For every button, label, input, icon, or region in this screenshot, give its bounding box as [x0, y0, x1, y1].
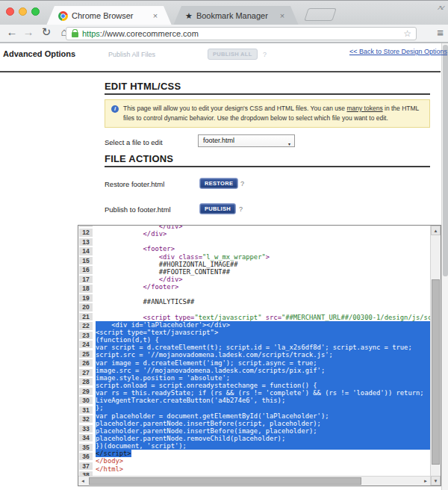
code-line[interactable] — [96, 306, 430, 314]
line-number: 15 — [79, 257, 93, 264]
code-line[interactable]: placeholder.parentNode.insertBefore(scri… — [96, 420, 430, 427]
code-line[interactable]: </div> — [96, 276, 430, 283]
line-number: 22 — [79, 322, 93, 329]
page-scrollbar-thumb[interactable] — [443, 45, 448, 276]
code-token: placeholder.parentNode.removeChild(place… — [96, 435, 285, 442]
code-line[interactable]: </body> — [96, 457, 430, 465]
code-token: </div> — [96, 276, 183, 283]
code-line[interactable]: (function(d,t) { — [96, 336, 430, 344]
code-token: </body> — [96, 457, 123, 465]
tab-bookmark-manager[interactable]: ★ Bookmark Manager × — [173, 6, 299, 25]
code-line[interactable]: var rs = this.readyState; if (rs && (rs … — [96, 389, 430, 397]
code-line[interactable]: LiveAgentTracker.createButton('a4b274e6'… — [96, 397, 430, 404]
new-tab-button[interactable] — [304, 8, 337, 21]
line-number: 18 — [79, 285, 93, 292]
back-to-store-design-link[interactable]: << Back to Store Design Options — [349, 48, 447, 55]
code-line[interactable] — [96, 291, 430, 298]
resize-icon[interactable]: ↗↙ — [437, 4, 444, 11]
code-token: > — [266, 253, 270, 261]
line-number: 11 — [79, 226, 93, 227]
minimize-window-button[interactable] — [19, 7, 27, 16]
code-token: <footer> — [96, 245, 175, 252]
bookmark-star-icon[interactable]: ☆ — [403, 28, 411, 39]
forward-button[interactable]: → — [21, 25, 36, 38]
editor-vertical-scrollbar[interactable]: ▲ ▼ — [430, 226, 441, 486]
code-token: <div id='laPlaceholder'></div> — [96, 321, 230, 329]
code-editor[interactable]: 1112131415161718192021222324252627282930… — [78, 225, 441, 486]
close-window-button[interactable] — [6, 7, 14, 16]
code-line[interactable]: <script type="text/javascript" src="##ME… — [96, 314, 430, 321]
file-select-dropdown[interactable]: footer.html ▾ — [198, 134, 295, 147]
code-token: ##HORIZONTAL_IMAGE## — [96, 261, 238, 268]
code-line[interactable]: })(document, 'script'); — [96, 442, 430, 450]
code-token: </html> — [96, 465, 123, 473]
code-line[interactable]: script.onload = script.onreadystatechang… — [96, 382, 430, 389]
scroll-down-icon[interactable]: ▼ — [431, 476, 441, 486]
code-line[interactable]: <div id='laPlaceholder'></div> — [96, 321, 430, 329]
code-token: var rs = this.readyState; if (rs && (rs … — [96, 389, 424, 397]
code-line[interactable]: </html> — [96, 465, 430, 473]
restore-button[interactable]: RESTORE — [199, 178, 238, 189]
page-scrollbar[interactable] — [441, 43, 448, 490]
code-line[interactable]: image.style.position = 'absolute'; — [96, 374, 430, 382]
vertical-scrollbar-thumb[interactable] — [432, 279, 440, 465]
code-line[interactable]: ##ANALYTICS## — [96, 298, 430, 306]
code-token: placeholder.parentNode.insertBefore(imag… — [96, 427, 317, 435]
scroll-up-icon[interactable]: ▲ — [431, 226, 441, 235]
browser-window: Chrome Browser × ★ Bookmark Manager × ↗↙… — [0, 0, 448, 490]
address-bar[interactable]: https://www.corecommerce.com ☆ — [66, 27, 417, 40]
back-button[interactable]: ← — [4, 25, 19, 38]
line-number: 21 — [79, 313, 93, 320]
code-line[interactable]: placeholder.parentNode.insertBefore(imag… — [96, 427, 430, 435]
publish-button[interactable]: PUBLISH — [199, 203, 236, 214]
line-number: 31 — [79, 406, 93, 414]
zoom-window-button[interactable] — [31, 7, 40, 16]
code-token: </script> — [96, 450, 131, 457]
chrome-logo-icon — [58, 11, 68, 21]
code-line[interactable]: placeholder.parentNode.removeChild(place… — [96, 435, 430, 442]
editor-code-area[interactable]: </div> </div> <footer> <div class="l_w_m… — [96, 226, 430, 477]
horizontal-scrollbar-thumb[interactable] — [89, 477, 361, 485]
code-line[interactable]: </div> — [96, 230, 430, 238]
code-line[interactable]: <script type="text/javascript"> — [96, 329, 430, 336]
line-number: 25 — [79, 350, 93, 358]
code-token: "l_w_mx_wrapper" — [202, 253, 266, 261]
code-token: })(document, 'script'); — [96, 442, 187, 450]
tab-chrome-browser[interactable]: Chrome Browser × — [46, 6, 172, 25]
menu-icon[interactable]: ≡ — [437, 26, 444, 39]
line-number: 29 — [79, 388, 93, 395]
code-token: image.src = '//mojanovadomena.ladesk.com… — [96, 367, 325, 374]
code-line[interactable]: var placeholder = document.getElementByI… — [96, 412, 430, 420]
code-line[interactable]: script.src = '//mojanovadomena.ladesk.co… — [96, 351, 430, 359]
code-line[interactable]: }; — [96, 404, 430, 412]
code-line[interactable]: ##HORIZONTAL_IMAGE## — [96, 261, 430, 268]
code-line[interactable]: image.src = '//mojanovadomena.ladesk.com… — [96, 367, 430, 374]
scroll-right-icon[interactable]: ► — [421, 477, 430, 486]
code-token: "text/javascript" — [194, 314, 261, 321]
browser-toolbar: ← → ↻ ⌂ https://www.corecommerce.com ☆ ≡ — [0, 25, 448, 43]
editor-horizontal-scrollbar[interactable]: ◄ ► — [78, 476, 430, 486]
line-number: 12 — [79, 229, 93, 236]
code-line[interactable]: var image = d.createElement('img'); scri… — [96, 359, 430, 367]
code-line[interactable]: </script> — [96, 450, 430, 457]
line-number: 27 — [79, 369, 93, 376]
scroll-left-icon[interactable]: ◄ — [78, 477, 87, 486]
many-tokens-link[interactable]: many tokens — [346, 105, 382, 112]
tab-close-icon[interactable]: × — [149, 11, 161, 20]
reload-button[interactable]: ↻ — [39, 25, 54, 39]
restore-help[interactable]: ? — [240, 180, 244, 187]
line-number: 19 — [79, 294, 93, 302]
code-line[interactable]: var script = d.createElement(t); script.… — [96, 344, 430, 351]
page-content: Advanced Options Publish All Files PUBLI… — [0, 43, 448, 490]
code-line[interactable]: <div class="l_w_mx_wrapper"> — [96, 253, 430, 261]
tab-close-icon[interactable]: × — [276, 11, 288, 20]
code-line[interactable]: </footer> — [96, 283, 430, 291]
code-line[interactable]: ##FOOTER_CONTENT## — [96, 268, 430, 276]
restore-label: Restore footer.html — [105, 180, 164, 188]
code-line[interactable] — [96, 238, 430, 245]
publish-help[interactable]: ? — [239, 205, 243, 213]
code-line[interactable]: <footer> — [96, 245, 430, 252]
url-scheme: https — [82, 29, 100, 38]
code-token: LiveAgentTracker.createButton('a4b274e6'… — [96, 397, 285, 404]
url-text[interactable]: https://www.corecommerce.com — [82, 29, 199, 38]
